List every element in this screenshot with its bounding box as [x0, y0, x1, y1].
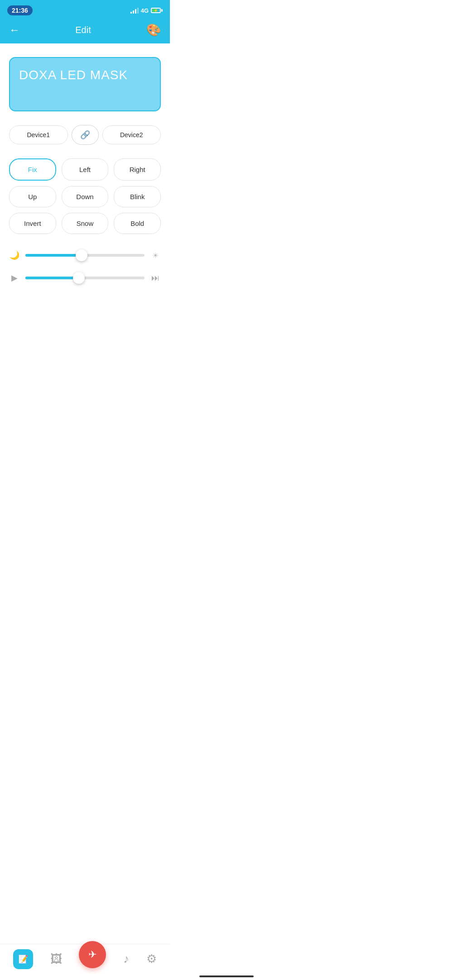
play-icon: ▶ [9, 273, 20, 283]
speed-slider-row: ▶ ⏭ [9, 273, 161, 283]
mode-snow-button[interactable]: Snow [62, 213, 109, 234]
link-icon: 🔗 [80, 130, 90, 140]
sun-icon: ☀ [150, 251, 161, 260]
mode-down-button[interactable]: Down [62, 186, 109, 207]
brightness-slider-row: 🌙 ☀ [9, 250, 161, 260]
battery-icon: ⚡ [151, 8, 163, 13]
device1-button[interactable]: Device1 [9, 125, 68, 144]
fast-forward-icon: ⏭ [150, 273, 161, 283]
brightness-slider-track [25, 254, 145, 257]
speed-slider-track [25, 277, 145, 279]
signal-bars-icon [130, 7, 139, 14]
status-bar: 21:36 4G ⚡ [0, 0, 170, 20]
mode-left-button[interactable]: Left [62, 158, 109, 181]
back-button[interactable]: ← [9, 24, 20, 36]
mode-bold-button[interactable]: Bold [114, 213, 161, 234]
header: ← Edit 🎨 [0, 20, 170, 43]
preview-text: DOXA LED MASK [19, 68, 128, 82]
mode-invert-button[interactable]: Invert [9, 213, 56, 234]
main-content: DOXA LED MASK Device1 🔗 Device2 Fix Left… [0, 43, 170, 305]
carrier-label: 4G [141, 7, 149, 14]
moon-icon: 🌙 [9, 250, 20, 260]
mode-blink-button[interactable]: Blink [114, 186, 161, 207]
device-row: Device1 🔗 Device2 [9, 125, 161, 145]
device2-button[interactable]: Device2 [102, 125, 161, 144]
mode-fix-button[interactable]: Fix [9, 158, 56, 181]
palette-icon[interactable]: 🎨 [146, 23, 161, 37]
device-link-button[interactable]: 🔗 [72, 125, 99, 145]
preview-box: DOXA LED MASK [9, 57, 161, 111]
mode-right-button[interactable]: Right [114, 158, 161, 181]
mode-grid: Fix Left Right Up Down Blink Invert Snow… [9, 158, 161, 234]
status-time: 21:36 [7, 5, 33, 15]
page-title: Edit [75, 25, 91, 35]
mode-up-button[interactable]: Up [9, 186, 56, 207]
status-icons: 4G ⚡ [130, 7, 163, 14]
